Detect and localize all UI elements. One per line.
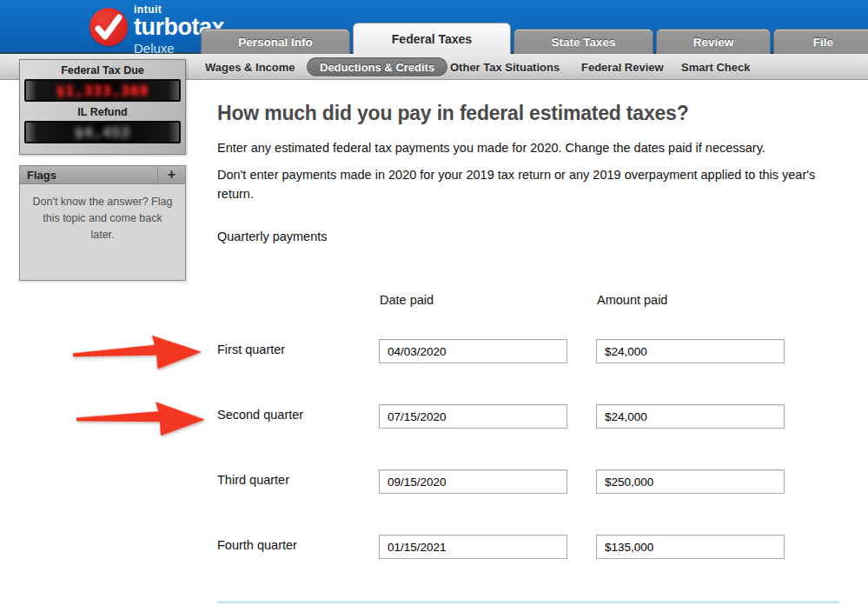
federal-tax-due-value: $1,333,369 [56,83,149,99]
intro-paragraph-2: Don't enter payments made in 2020 for yo… [217,166,825,204]
flags-title: Flags [20,169,157,182]
fourth-quarter-date-input[interactable] [379,535,567,559]
section-divider [217,601,839,603]
second-quarter-label: Second quarter [217,408,303,422]
flags-panel: Flags + Don't know the answer? Flag this… [19,165,186,281]
il-refund-label: IL Refund [20,106,185,118]
date-paid-column-header: Date paid [380,293,434,307]
tab-personal-info[interactable]: Personal Info [201,29,350,54]
first-quarter-date-input[interactable] [379,339,567,363]
il-refund-value: $4,453 [75,124,130,141]
tab-federal-taxes[interactable]: Federal Taxes [353,23,511,54]
il-refund-display: $4,453 [24,121,181,143]
third-quarter-date-input[interactable] [379,469,567,494]
first-quarter-amount-input[interactable] [596,339,785,363]
tab-file[interactable]: File [773,29,868,54]
federal-tax-due-display: $1,333,369 [24,79,181,102]
turbotax-window: intuit turbotax. Deluxe Personal Info Fe… [0,0,868,612]
first-quarter-label: First quarter [217,343,285,356]
subnav-other-tax-situations[interactable]: Other Tax Situations [450,54,560,80]
subnav-federal-review[interactable]: Federal Review [581,54,664,80]
tab-state-taxes[interactable]: State Taxes [514,29,653,54]
flag-add-button[interactable]: + [157,166,185,184]
intro-paragraph-1: Enter any estimated federal tax payments… [217,139,765,158]
second-quarter-amount-input[interactable] [596,404,785,429]
subnav-wages-income[interactable]: Wages & Income [205,54,295,80]
third-quarter-amount-input[interactable] [596,469,785,494]
annotation-arrow-second-quarter [75,398,207,437]
fourth-quarter-amount-input[interactable] [596,535,785,559]
quarterly-payments-label: Quarterly payments [217,230,328,243]
checkmark-icon [89,8,128,46]
amount-paid-column-header: Amount paid [597,293,667,307]
tab-review[interactable]: Review [656,29,771,54]
subnav-deductions-credits[interactable]: Deductions & Credits [307,57,447,76]
app-header: intuit turbotax. Deluxe Personal Info Fe… [0,0,868,54]
federal-tax-due-label: Federal Tax Due [20,64,185,76]
subnav-smart-check[interactable]: Smart Check [681,54,750,80]
third-quarter-label: Third quarter [217,473,289,487]
annotation-arrow-first-quarter [71,332,204,373]
page-title: How much did you pay in federal estimate… [217,102,689,125]
refund-monitor: Federal Tax Due $1,333,369 IL Refund $4,… [19,59,186,155]
fourth-quarter-label: Fourth quarter [217,538,297,552]
second-quarter-date-input[interactable] [379,404,567,429]
flags-help-text: Don't know the answer? Flag this topic a… [20,184,185,252]
flags-header: Flags + [20,166,185,184]
